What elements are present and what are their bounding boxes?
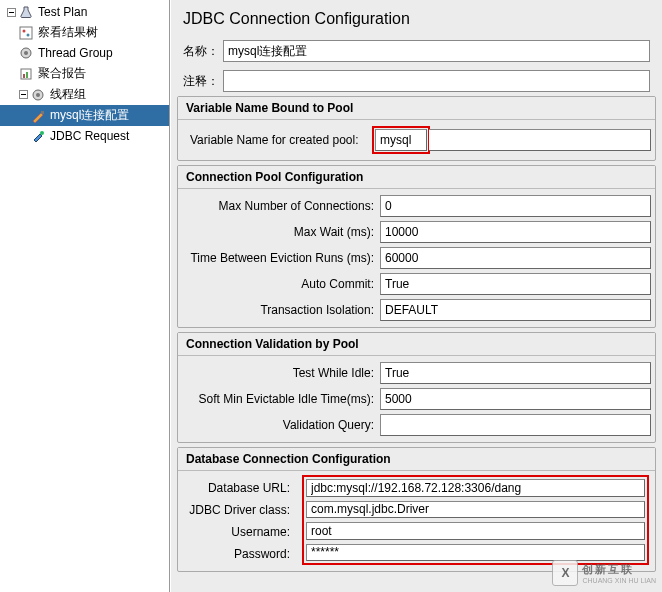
request-icon xyxy=(30,128,46,144)
svg-rect-9 xyxy=(26,72,28,78)
svg-point-4 xyxy=(27,33,30,36)
test-idle-label: Test While Idle: xyxy=(182,366,380,380)
tree-item-label: 察看结果树 xyxy=(38,24,98,41)
name-input[interactable] xyxy=(223,40,650,62)
db-pass-label: Password: xyxy=(178,543,296,565)
watermark-sub: CHUANG XIN HU LIAN xyxy=(582,577,656,584)
tree-item-thread-group-cn[interactable]: 线程组 xyxy=(0,84,169,105)
tree-item-results[interactable]: 察看结果树 xyxy=(0,22,169,43)
var-name-input[interactable] xyxy=(375,129,427,151)
section-validation: Connection Validation by Pool Test While… xyxy=(177,332,656,443)
config-panel: JDBC Connection Configuration 名称： 注释： Va… xyxy=(170,0,662,592)
soft-min-input[interactable] xyxy=(380,388,651,410)
comment-label: 注释： xyxy=(183,73,223,90)
svg-point-13 xyxy=(36,93,40,97)
svg-point-3 xyxy=(23,29,26,32)
var-name-label: Variable Name for created pool: xyxy=(182,133,372,147)
report-icon xyxy=(18,66,34,82)
max-wait-label: Max Wait (ms): xyxy=(182,225,380,239)
panel-title: JDBC Connection Configuration xyxy=(171,0,662,36)
svg-point-6 xyxy=(24,51,28,55)
watermark-brand: 创新互联 xyxy=(582,563,634,575)
flask-icon xyxy=(18,4,34,20)
comment-input[interactable] xyxy=(223,70,650,92)
tree-panel: Test Plan 察看结果树 Thread Group 聚合报告 线程组 my… xyxy=(0,0,170,592)
valid-query-input[interactable] xyxy=(380,414,651,436)
tree-item-label: 聚合报告 xyxy=(38,65,86,82)
section-title: Variable Name Bound to Pool xyxy=(178,97,655,120)
section-title: Database Connection Configuration xyxy=(178,448,655,471)
db-highlight-box xyxy=(302,475,649,565)
var-name-input-ext[interactable] xyxy=(429,129,651,151)
db-driver-label: JDBC Driver class: xyxy=(178,499,296,521)
collapse-icon[interactable] xyxy=(18,90,28,100)
db-url-label: Database URL: xyxy=(178,477,296,499)
svg-rect-14 xyxy=(41,111,44,114)
section-variable-pool: Variable Name Bound to Pool Variable Nam… xyxy=(177,96,656,161)
svg-rect-2 xyxy=(20,27,32,39)
tree-root[interactable]: Test Plan xyxy=(0,2,169,22)
evict-input[interactable] xyxy=(380,247,651,269)
max-wait-input[interactable] xyxy=(380,221,651,243)
tree-item-label: JDBC Request xyxy=(50,129,129,143)
tree-item-mysql-config[interactable]: mysql连接配置 xyxy=(0,105,169,126)
section-title: Connection Validation by Pool xyxy=(178,333,655,356)
evict-label: Time Between Eviction Runs (ms): xyxy=(182,251,380,265)
results-tree-icon xyxy=(18,25,34,41)
db-driver-input[interactable] xyxy=(306,501,645,519)
tree-root-label: Test Plan xyxy=(38,5,87,19)
test-idle-select[interactable] xyxy=(380,362,651,384)
name-label: 名称： xyxy=(183,43,223,60)
thread-group-icon xyxy=(18,45,34,61)
valid-query-label: Validation Query: xyxy=(182,418,380,432)
section-pool-config: Connection Pool Configuration Max Number… xyxy=(177,165,656,328)
watermark: X 创新互联 CHUANG XIN HU LIAN xyxy=(552,560,656,586)
txn-iso-label: Transaction Isolation: xyxy=(182,303,380,317)
tree-item-label: 线程组 xyxy=(50,86,86,103)
section-title: Connection Pool Configuration xyxy=(178,166,655,189)
tree-item-jdbc-request[interactable]: JDBC Request xyxy=(0,126,169,146)
section-db-config: Database Connection Configuration Databa… xyxy=(177,447,656,572)
tree-item-thread-group[interactable]: Thread Group xyxy=(0,43,169,63)
watermark-logo-icon: X xyxy=(552,560,578,586)
db-url-input[interactable] xyxy=(306,479,645,497)
svg-point-15 xyxy=(40,131,44,135)
tree-item-label: mysql连接配置 xyxy=(50,107,129,124)
txn-iso-select[interactable] xyxy=(380,299,651,321)
max-conn-label: Max Number of Connections: xyxy=(182,199,380,213)
db-user-label: Username: xyxy=(178,521,296,543)
thread-group-icon xyxy=(30,87,46,103)
config-icon xyxy=(30,108,46,124)
db-pass-input[interactable] xyxy=(306,544,645,562)
soft-min-label: Soft Min Evictable Idle Time(ms): xyxy=(182,392,380,406)
max-conn-input[interactable] xyxy=(380,195,651,217)
svg-rect-8 xyxy=(23,74,25,78)
tree-item-aggregate[interactable]: 聚合报告 xyxy=(0,63,169,84)
auto-commit-select[interactable] xyxy=(380,273,651,295)
db-user-input[interactable] xyxy=(306,522,645,540)
collapse-icon[interactable] xyxy=(6,7,16,17)
tree-item-label: Thread Group xyxy=(38,46,113,60)
auto-commit-label: Auto Commit: xyxy=(182,277,380,291)
